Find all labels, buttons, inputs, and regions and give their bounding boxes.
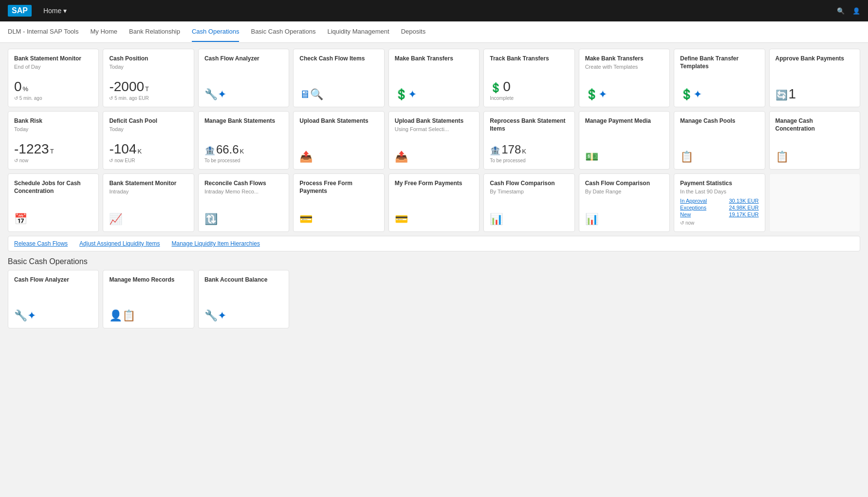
tile-footer: ↺ now EUR xyxy=(109,158,187,163)
section-title: Basic Cash Operations xyxy=(8,257,860,266)
tile-my-free-form[interactable]: My Free Form Payments 💳 xyxy=(388,173,480,232)
tile-empty xyxy=(769,173,860,232)
tile-title: Process Free Form Payments xyxy=(299,180,378,195)
nav-basic-cash[interactable]: Basic Cash Operations xyxy=(251,22,315,42)
tile-bank-statement-monitor[interactable]: Bank Statement Monitor End of Day 0 % ↺ … xyxy=(8,49,99,107)
cash-pools-icon: 📋 xyxy=(680,151,758,163)
intraday-icon: 📈 xyxy=(109,213,187,226)
top-bar-right: 🔍 👤 xyxy=(837,7,860,15)
tile-check-cash-flow[interactable]: Check Cash Flow Items 🖥🔍 xyxy=(293,49,384,107)
tile-process-free-form[interactable]: Process Free Form Payments 💳 xyxy=(293,173,384,232)
tile-track-bank-transfers[interactable]: Track Bank Transfers 💲 0 Incomplete xyxy=(483,49,574,107)
tile-title: Bank Account Balance xyxy=(204,276,283,284)
tile-bank-risk[interactable]: Bank Risk Today -1223 T ↺ now xyxy=(8,111,99,170)
tile-manage-cash-concentration[interactable]: Manage Cash Concentration 📋 xyxy=(769,111,860,170)
tile-approve-bank-payments[interactable]: Approve Bank Payments 🔄 1 xyxy=(769,49,860,107)
my-free-form-icon: 💳 xyxy=(395,213,473,226)
tile-deficit-cash-pool[interactable]: Deficit Cash Pool Today -104 K ↺ now EUR xyxy=(103,111,194,170)
tile-unit: T xyxy=(50,148,54,155)
tile-bottom-manage-memo-records[interactable]: Manage Memo Records 👤📋 xyxy=(103,270,194,328)
tile-title: Bank Statement Monitor xyxy=(14,55,92,63)
home-arrow-icon: ▾ xyxy=(63,7,67,15)
compare-daterange-icon: 📊 xyxy=(585,213,664,226)
tile-bottom-cash-flow-analyzer[interactable]: Cash Flow Analyzer 🔧✦ xyxy=(8,270,99,328)
tile-manage-bank-statements[interactable]: Manage Bank Statements 🏦 66.6 K To be pr… xyxy=(198,111,289,170)
tile-upload-bank-statements[interactable]: Upload Bank Statements 📤 xyxy=(293,111,384,170)
tile-grid-row3: Schedule Jobs for Cash Concentration 📅 B… xyxy=(8,173,860,232)
compare-timestamp-icon: 📊 xyxy=(490,213,568,226)
tile-title: Schedule Jobs for Cash Concentration xyxy=(14,180,92,195)
tile-subtitle: By Date Range xyxy=(585,189,664,194)
tile-title: Reconcile Cash Flows xyxy=(204,180,283,188)
stat-row-new[interactable]: New 19.17K EUR xyxy=(680,211,758,217)
tile-manage-cash-pools[interactable]: Manage Cash Pools 📋 xyxy=(674,111,765,170)
sub-tab-release[interactable]: Release Cash Flows xyxy=(14,240,68,247)
nav-bank-rel[interactable]: Bank Relationship xyxy=(129,22,180,42)
nav-home[interactable]: My Home xyxy=(90,22,117,42)
tile-grid-row2: Bank Risk Today -1223 T ↺ now Deficit Ca… xyxy=(8,111,860,170)
transfer-template-icon: 💲✦ xyxy=(585,88,664,101)
tile-title: Deficit Cash Pool xyxy=(109,117,187,125)
upload-icon: 📤 xyxy=(299,151,378,163)
tile-subtitle: Create with Templates xyxy=(585,64,664,70)
tile-unit: K xyxy=(137,148,142,155)
nav-liquidity[interactable]: Liquidity Management xyxy=(327,22,389,42)
stat-row-approval[interactable]: In Approval 30.13K EUR xyxy=(680,198,758,204)
transfer-icon: 💲✦ xyxy=(395,88,473,101)
tile-cash-flow-comparison-timestamp[interactable]: Cash Flow Comparison By Timestamp 📊 xyxy=(483,173,574,232)
tile-title: My Free Form Payments xyxy=(395,180,473,188)
tile-footer: ↺ 5 min. ago xyxy=(14,96,92,101)
tile-subtitle: Today xyxy=(109,126,187,132)
tile-cash-position[interactable]: Cash Position Today -2000 T ↺ 5 min. ago… xyxy=(103,49,194,107)
stat-row-exceptions[interactable]: Exceptions 24.98K EUR xyxy=(680,205,758,210)
stat-label: Exceptions xyxy=(680,205,706,210)
tile-make-bank-transfers[interactable]: Make Bank Transfers 💲✦ xyxy=(388,49,480,107)
tile-schedule-jobs[interactable]: Schedule Jobs for Cash Concentration 📅 xyxy=(8,173,99,232)
tile-grid-row1: Bank Statement Monitor End of Day 0 % ↺ … xyxy=(8,49,860,107)
tile-title: Upload Bank Statements xyxy=(299,117,378,125)
tile-make-bank-transfers-templates[interactable]: Make Bank Transfers Create with Template… xyxy=(579,49,670,107)
tile-title: Check Cash Flow Items xyxy=(299,55,378,63)
tile-footer: ↺ now xyxy=(680,220,758,226)
tile-footer: To be processed xyxy=(204,158,283,163)
sub-tab-adjust[interactable]: Adjust Assigned Liquidity Items xyxy=(79,240,160,247)
tile-unit: % xyxy=(23,85,29,93)
nav-deposits[interactable]: Deposits xyxy=(401,22,426,42)
tile-cash-flow-comparison-daterange[interactable]: Cash Flow Comparison By Date Range 📊 xyxy=(579,173,670,232)
nav-dlm[interactable]: DLM - Internal SAP Tools xyxy=(8,22,78,42)
tile-reconcile-cash-flows[interactable]: Reconcile Cash Flows Intraday Memo Reco.… xyxy=(198,173,289,232)
tile-title: Manage Payment Media xyxy=(585,117,664,125)
tile-title: Cash Flow Analyzer xyxy=(204,55,283,63)
tile-title: Approve Bank Payments xyxy=(776,55,854,63)
reconcile-icon: 🔃 xyxy=(204,213,283,226)
tile-value: 178 xyxy=(501,144,521,155)
tile-subtitle: Intraday xyxy=(109,189,187,194)
tile-cash-flow-analyzer[interactable]: Cash Flow Analyzer 🔧✦ xyxy=(198,49,289,107)
stat-label: In Approval xyxy=(680,198,707,204)
bottom-analyze-icon: 🔧✦ xyxy=(14,309,92,322)
tile-title: Manage Cash Concentration xyxy=(776,117,854,133)
tile-manage-payment-media[interactable]: Manage Payment Media 💵 xyxy=(579,111,670,170)
tile-value: 1 xyxy=(789,87,796,101)
tile-title: Manage Memo Records xyxy=(109,276,187,284)
main-content: Bank Statement Monitor End of Day 0 % ↺ … xyxy=(0,43,868,334)
tile-payment-statistics[interactable]: Payment Statistics In the Last 90 Days I… xyxy=(674,173,765,232)
tile-subtitle: Intraday Memo Reco... xyxy=(204,189,283,194)
search-icon[interactable]: 🔍 xyxy=(837,7,845,15)
home-label: Home xyxy=(43,7,61,15)
tile-bank-statement-monitor-intraday[interactable]: Bank Statement Monitor Intraday 📈 xyxy=(103,173,194,232)
sub-tab-manage-hierarchies[interactable]: Manage Liquidity Item Hierarchies xyxy=(171,240,259,247)
free-form-icon: 💳 xyxy=(299,213,378,226)
tile-value: 0 xyxy=(14,80,22,94)
top-bar: SAP Home ▾ 🔍 👤 xyxy=(0,0,868,21)
tile-value: 66.6 xyxy=(216,144,239,155)
user-icon[interactable]: 👤 xyxy=(852,7,860,15)
nav-cash-ops[interactable]: Cash Operations xyxy=(192,22,240,42)
home-menu[interactable]: Home ▾ xyxy=(43,7,67,15)
tile-subtitle: End of Day xyxy=(14,64,92,70)
tile-define-bank-transfer-templates[interactable]: Define Bank Transfer Templates 💲✦ xyxy=(674,49,765,107)
tile-bottom-bank-account-balance[interactable]: Bank Account Balance 🔧✦ xyxy=(198,270,289,328)
tile-title: Make Bank Transfers xyxy=(585,55,664,63)
tile-upload-bank-statements-format[interactable]: Upload Bank Statements Using Format Sele… xyxy=(388,111,480,170)
tile-reprocess-bank-statement[interactable]: Reprocess Bank Statement Items 🏦 178 K T… xyxy=(483,111,574,170)
